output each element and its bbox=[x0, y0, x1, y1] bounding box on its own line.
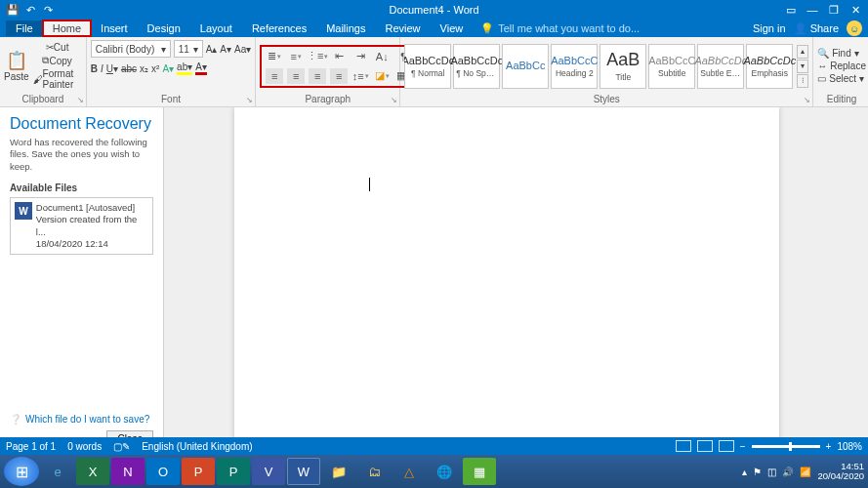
web-layout-icon[interactable] bbox=[719, 440, 734, 452]
restore-icon[interactable]: ❐ bbox=[825, 4, 843, 17]
multilevel-list-icon[interactable]: ⋮≡ bbox=[309, 49, 326, 64]
tell-me-search[interactable]: 💡 Tell me what you want to do... bbox=[480, 22, 640, 35]
align-right-icon[interactable]: ≡ bbox=[309, 68, 326, 84]
taskbar-outlook-icon[interactable]: O bbox=[146, 458, 180, 485]
styles-scroll-up-icon[interactable]: ▴ bbox=[797, 45, 808, 59]
tray-flag-icon[interactable]: ⚑ bbox=[753, 467, 762, 477]
styles-scroll-down-icon[interactable]: ▾ bbox=[797, 60, 808, 73]
minimize-icon[interactable]: — bbox=[804, 4, 821, 17]
taskbar-vlc-icon[interactable]: △ bbox=[393, 458, 426, 485]
save-icon[interactable]: 💾 bbox=[6, 3, 20, 17]
tab-insert[interactable]: Insert bbox=[91, 20, 138, 36]
style-no-spacing[interactable]: AaBbCcDc¶ No Spac... bbox=[453, 44, 500, 89]
align-center-icon[interactable]: ≡ bbox=[287, 68, 305, 84]
increase-indent-icon[interactable]: ⇥ bbox=[351, 49, 369, 64]
status-words[interactable]: 0 words bbox=[67, 441, 102, 452]
zoom-slider[interactable] bbox=[752, 445, 820, 448]
taskbar-chrome-icon[interactable]: 🌐 bbox=[428, 458, 461, 485]
taskbar-ie-icon[interactable]: e bbox=[41, 458, 74, 485]
tab-file[interactable]: File bbox=[6, 20, 43, 36]
style-subtitle[interactable]: AaBbCcCSubtitle bbox=[648, 44, 695, 89]
decrease-indent-icon[interactable]: ⇤ bbox=[330, 49, 348, 64]
taskbar-folder-icon[interactable]: 🗂 bbox=[357, 458, 391, 485]
style-heading-2[interactable]: AaBbCcCHeading 2 bbox=[551, 44, 598, 89]
font-dialog-launcher-icon[interactable]: ↘ bbox=[246, 96, 253, 104]
status-page[interactable]: Page 1 of 1 bbox=[6, 441, 56, 452]
italic-button[interactable]: I bbox=[101, 63, 103, 74]
tray-network-icon[interactable]: ◫ bbox=[767, 467, 776, 477]
numbering-icon[interactable]: ≡ bbox=[287, 49, 305, 64]
ribbon-display-options-icon[interactable]: ▭ bbox=[782, 4, 800, 17]
style-subtle-emphasis[interactable]: AaBbCcDcSubtle Em... bbox=[697, 44, 744, 89]
strikethrough-button[interactable]: abc bbox=[121, 63, 137, 74]
taskbar-visio-icon[interactable]: V bbox=[252, 458, 285, 485]
text-effects-icon[interactable]: A▾ bbox=[162, 63, 174, 74]
tab-layout[interactable]: Layout bbox=[190, 20, 242, 36]
subscript-button[interactable]: x₂ bbox=[140, 63, 148, 74]
align-left-icon[interactable]: ≡ bbox=[266, 68, 283, 84]
tray-wifi-icon[interactable]: 📶 bbox=[800, 467, 811, 477]
justify-icon[interactable]: ≡ bbox=[330, 68, 348, 84]
tab-design[interactable]: Design bbox=[138, 20, 190, 36]
taskbar-publisher-icon[interactable]: P bbox=[217, 458, 250, 485]
document-area[interactable] bbox=[164, 107, 868, 455]
paste-button[interactable]: 📋 Paste bbox=[4, 42, 29, 91]
style-title[interactable]: AaBTitle bbox=[599, 44, 646, 89]
share-button[interactable]: 👤 Share bbox=[794, 22, 839, 35]
document-page[interactable] bbox=[234, 107, 779, 455]
shading-icon[interactable]: ◪ bbox=[373, 68, 391, 84]
status-language[interactable]: English (United Kingdom) bbox=[142, 441, 252, 452]
line-spacing-icon[interactable]: ↕≡ bbox=[351, 68, 369, 84]
tab-mailings[interactable]: Mailings bbox=[316, 20, 375, 36]
font-color-icon[interactable]: A▾ bbox=[195, 61, 207, 75]
tab-review[interactable]: Review bbox=[376, 20, 431, 36]
underline-button[interactable]: U▾ bbox=[106, 63, 118, 74]
clipboard-dialog-launcher-icon[interactable]: ↘ bbox=[77, 96, 84, 104]
highlight-color-icon[interactable]: ab▾ bbox=[177, 61, 192, 75]
sort-icon[interactable]: A↓ bbox=[373, 49, 391, 64]
taskbar-onenote-icon[interactable]: N bbox=[111, 458, 145, 485]
print-layout-icon[interactable] bbox=[697, 440, 713, 452]
undo-icon[interactable]: ↶ bbox=[23, 3, 37, 17]
grow-font-icon[interactable]: A▴ bbox=[206, 44, 218, 55]
superscript-button[interactable]: x² bbox=[151, 63, 159, 74]
tab-home[interactable]: Home bbox=[43, 20, 91, 36]
font-name-combo[interactable]: Calibri (Body)▾ bbox=[91, 40, 171, 58]
bullets-icon[interactable]: ≣ bbox=[266, 49, 283, 64]
replace-button[interactable]: ↔Replace bbox=[817, 61, 866, 71]
tray-expand-icon[interactable]: ▴ bbox=[742, 467, 747, 477]
style-normal[interactable]: AaBbCcDc¶ Normal bbox=[404, 44, 451, 89]
tab-view[interactable]: View bbox=[431, 20, 474, 36]
zoom-level[interactable]: 108% bbox=[837, 441, 862, 452]
close-window-icon[interactable]: ✕ bbox=[847, 4, 864, 17]
shrink-font-icon[interactable]: A▾ bbox=[220, 44, 231, 55]
recovery-help-link[interactable]: ❔Which file do I want to save? bbox=[10, 414, 153, 425]
style-heading-1[interactable]: AaBbCc bbox=[502, 44, 549, 89]
change-case-icon[interactable]: Aa▾ bbox=[234, 44, 251, 55]
read-mode-icon[interactable] bbox=[676, 440, 691, 452]
taskbar-explorer-icon[interactable]: 📁 bbox=[322, 458, 355, 485]
paragraph-dialog-launcher-icon[interactable]: ↘ bbox=[391, 96, 397, 104]
styles-more-icon[interactable]: ⁝ bbox=[797, 74, 808, 88]
taskbar-word-icon[interactable]: W bbox=[287, 458, 320, 485]
redo-icon[interactable]: ↷ bbox=[41, 3, 55, 17]
styles-dialog-launcher-icon[interactable]: ↘ bbox=[804, 96, 810, 104]
zoom-in-icon[interactable]: + bbox=[826, 441, 832, 452]
cut-button[interactable]: ✂ Cut bbox=[33, 42, 82, 53]
zoom-out-icon[interactable]: − bbox=[740, 441, 746, 452]
tab-references[interactable]: References bbox=[242, 20, 316, 36]
recovered-file-item[interactable]: W Document1 [Autosaved] Version created … bbox=[10, 197, 153, 255]
style-emphasis[interactable]: AaBbCcDcEmphasis bbox=[746, 44, 793, 89]
taskbar-minecraft-icon[interactable]: ▦ bbox=[463, 458, 496, 485]
tray-clock[interactable]: 14:51 20/04/2020 bbox=[817, 462, 864, 482]
proofing-icon[interactable]: ▢✎ bbox=[113, 441, 130, 452]
taskbar-powerpoint-icon[interactable]: P bbox=[182, 458, 215, 485]
sign-in-link[interactable]: Sign in bbox=[753, 22, 786, 34]
bold-button[interactable]: B bbox=[91, 63, 98, 74]
tray-volume-icon[interactable]: 🔊 bbox=[782, 467, 794, 477]
start-button[interactable]: ⊞ bbox=[4, 457, 39, 486]
format-painter-button[interactable]: 🖌 Format Painter bbox=[33, 68, 82, 90]
feedback-smiley-icon[interactable]: ☺ bbox=[847, 20, 862, 36]
taskbar-excel-icon[interactable]: X bbox=[76, 458, 109, 485]
find-button[interactable]: 🔍Find ▾ bbox=[817, 48, 866, 59]
